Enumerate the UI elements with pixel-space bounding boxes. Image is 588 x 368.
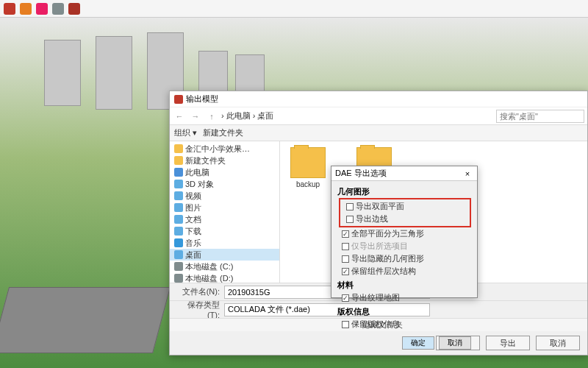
- new-folder-button[interactable]: 新建文件夹: [203, 127, 243, 138]
- opt-selection-only: 仅导出所选项目: [337, 240, 471, 252]
- opt-credits[interactable]: 保留版权信息: [337, 318, 471, 330]
- opt-triangulate[interactable]: 全部平面分为三角形: [337, 227, 471, 240]
- filename-label: 文件名(N):: [176, 286, 220, 297]
- folder-icon: [174, 274, 183, 283]
- dialog-title: 输出模型: [186, 93, 218, 105]
- filetype-label: 保存类型(T):: [176, 300, 220, 319]
- folder-icon: [290, 147, 326, 178]
- folder-icon: [174, 238, 183, 247]
- tree-item[interactable]: 新建文件夹: [170, 155, 279, 166]
- options-ok-button[interactable]: 确定: [402, 336, 434, 350]
- tree-label: 金汇中小学效果…: [185, 144, 250, 155]
- tool-icon-2[interactable]: [20, 3, 32, 15]
- folder-icon: [174, 168, 183, 177]
- options-title: DAE 导出选项: [335, 168, 387, 179]
- options-body: 几何图形 导出双面平面 导出边线 全部平面分为三角形 仅导出所选项目 导出隐藏的…: [331, 181, 477, 333]
- tree-label: 桌面: [185, 250, 201, 261]
- tree-label: 此电脑: [185, 167, 209, 178]
- tool-icon-3[interactable]: [36, 3, 48, 15]
- tree-item[interactable]: 图片: [170, 202, 279, 213]
- nav-up-icon[interactable]: ↑: [205, 112, 218, 121]
- folder-icon: [174, 250, 183, 259]
- options-titlebar: DAE 导出选项 ×: [331, 166, 477, 181]
- export-button[interactable]: 导出: [486, 336, 530, 350]
- opt-export-edges[interactable]: 导出边线: [342, 213, 468, 225]
- tree-label: 下载: [185, 226, 201, 237]
- tree-label: 新建文件夹: [185, 155, 226, 166]
- nav-back-icon[interactable]: ←: [173, 112, 186, 121]
- tree-label: 文档: [185, 214, 201, 225]
- section-credits: 版权信息: [337, 306, 471, 317]
- opt-two-sided[interactable]: 导出双面平面: [342, 200, 468, 213]
- foreground-building: [0, 287, 171, 353]
- opt-hierarchy[interactable]: 保留组件层次结构: [337, 265, 471, 277]
- tree-item[interactable]: 桌面: [170, 249, 279, 261]
- search-input[interactable]: [496, 110, 584, 123]
- folder-tree[interactable]: 金汇中小学效果…新建文件夹此电脑3D 对象视频图片文档下载音乐桌面本地磁盘 (C…: [170, 141, 280, 283]
- opt-textures[interactable]: 导出纹理地图: [337, 291, 471, 304]
- breadcrumb[interactable]: › 此电脑 › 桌面: [221, 110, 493, 121]
- folder-icon: [174, 262, 183, 271]
- options-cancel-button[interactable]: 取消: [439, 336, 471, 350]
- folder-icon: [174, 144, 183, 153]
- section-materials: 材料: [337, 280, 471, 291]
- tree-item[interactable]: 下载: [170, 225, 279, 237]
- cancel-button[interactable]: 取消: [536, 336, 580, 350]
- folder-icon: [174, 156, 183, 165]
- tree-item[interactable]: 本地磁盘 (D:): [170, 272, 279, 283]
- file-item[interactable]: backup: [286, 147, 330, 188]
- tree-item[interactable]: 本地磁盘 (C:): [170, 261, 279, 272]
- section-geometry: 几何图形: [337, 186, 471, 197]
- opt-hidden-geom[interactable]: 导出隐藏的几何图形: [337, 252, 471, 265]
- tree-label: 本地磁盘 (C:): [185, 261, 233, 272]
- options-dialog: DAE 导出选项 × 几何图形 导出双面平面 导出边线 全部平面分为三角形 仅导…: [331, 166, 478, 298]
- folder-icon: [174, 215, 183, 224]
- folder-icon: [174, 203, 183, 212]
- tree-label: 视频: [185, 191, 201, 202]
- tool-icon-1[interactable]: [4, 3, 15, 15]
- folder-icon: [174, 180, 183, 188]
- file-label: backup: [286, 180, 330, 188]
- close-icon[interactable]: ×: [462, 169, 473, 178]
- main-toolbar: [0, 0, 588, 18]
- options-buttons: 确定 取消: [331, 333, 477, 353]
- toolbar-row: 组织 ▾ 新建文件夹: [170, 125, 587, 141]
- tool-icon-4[interactable]: [52, 3, 64, 15]
- tree-label: 本地磁盘 (D:): [185, 273, 233, 283]
- tree-item[interactable]: 3D 对象: [170, 178, 279, 190]
- nav-bar: ← → ↑ › 此电脑 › 桌面: [170, 107, 587, 125]
- tree-label: 图片: [185, 202, 201, 213]
- tree-label: 3D 对象: [185, 179, 214, 190]
- tool-icon-5[interactable]: [68, 3, 80, 15]
- dialog-titlebar: 输出模型: [170, 91, 587, 107]
- tree-item[interactable]: 文档: [170, 213, 279, 225]
- folder-icon: [174, 227, 183, 236]
- tree-item[interactable]: 视频: [170, 190, 279, 202]
- tree-item[interactable]: 金汇中小学效果…: [170, 143, 279, 155]
- app-icon: [174, 95, 183, 104]
- organize-button[interactable]: 组织 ▾: [174, 127, 197, 138]
- tree-label: 音乐: [185, 238, 201, 249]
- tree-item[interactable]: 此电脑: [170, 166, 279, 178]
- highlight-box: 导出双面平面 导出边线: [339, 198, 471, 227]
- tree-item[interactable]: 音乐: [170, 237, 279, 249]
- folder-icon: [174, 191, 183, 200]
- nav-forward-icon[interactable]: →: [189, 112, 202, 121]
